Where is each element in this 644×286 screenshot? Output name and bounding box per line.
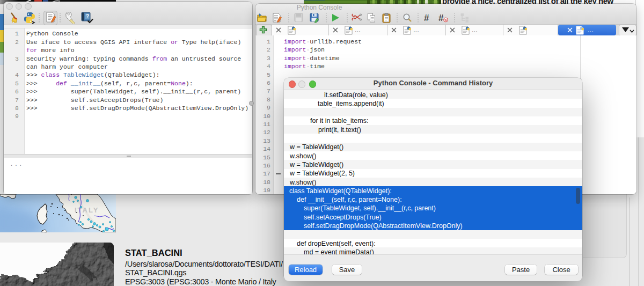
svg-text:#: # (424, 13, 429, 23)
svg-text:ITALY: ITALY (75, 206, 99, 214)
svg-text:?: ? (86, 13, 89, 19)
svg-text:#: # (438, 13, 444, 23)
